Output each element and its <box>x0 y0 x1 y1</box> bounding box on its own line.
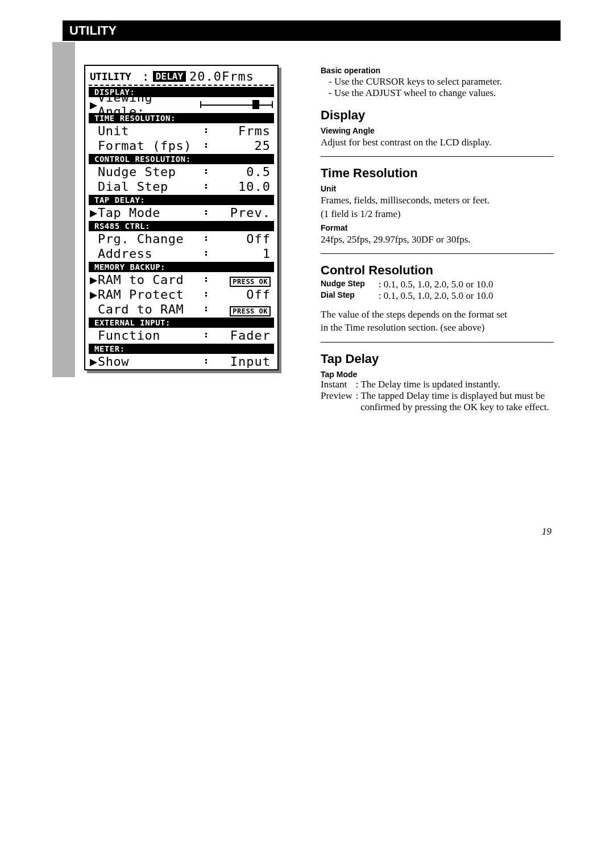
lcd-section-header: TAP DELAY: <box>89 195 274 205</box>
lcd-row-label: Function <box>98 328 200 343</box>
timeres-unit-text2: (1 field is 1/2 frame) <box>321 208 554 220</box>
viewing-angle-slider[interactable] <box>200 99 273 110</box>
lcd-colon <box>200 183 211 190</box>
ctrlres-k1: Dial Step <box>321 290 379 302</box>
ctrlres-table: Nudge Step : 0.1, 0.5, 1.0, 2.0, 5.0 or … <box>321 279 496 302</box>
lcd-row-value: PRESS OK <box>211 273 273 287</box>
lcd-row-value: Input <box>211 354 273 369</box>
lcd-display: UTILITY : DELAY 20.0Frms DISPLAY:▶Viewin… <box>84 65 279 370</box>
rule <box>321 156 554 157</box>
td-k2 <box>321 402 356 413</box>
lcd-row-value: Fader <box>211 328 273 343</box>
lcd-colon <box>200 291 211 298</box>
page-number: 19 <box>542 526 551 537</box>
lcd-row[interactable]: Dial Step10.0 <box>89 179 274 194</box>
lcd-row-value: 0.5 <box>211 165 273 179</box>
list-item: Use the ADJUST wheel to change values. <box>329 87 554 99</box>
td-v1: : The tapped Delay time is displayed but… <box>356 390 553 402</box>
lcd-row-value: 1 <box>211 247 273 261</box>
cursor-arrow-icon: ▶ <box>90 206 98 220</box>
press-ok-badge[interactable]: PRESS OK <box>230 306 271 316</box>
lcd-row-label: Prg. Change <box>98 232 200 246</box>
lcd-delay-badge: DELAY <box>153 71 186 82</box>
ctrlres-note2: in the Time resolution section. (see abo… <box>321 322 554 333</box>
tapdelay-table: Instant : The Delay time is updated inst… <box>321 379 553 413</box>
tapdelay-sub: Tap Mode <box>321 370 554 379</box>
ctrlres-v0: : 0.1, 0.5, 1.0, 2.0, 5.0 or 10.0 <box>379 279 497 290</box>
basic-op-list: Use the CURSOR keys to select parameter.… <box>321 76 554 99</box>
left-grey-margin <box>52 42 75 377</box>
lcd-section-header: EXTERNAL INPUT: <box>89 318 274 328</box>
lcd-colon <box>200 209 211 216</box>
rule <box>321 253 554 254</box>
lcd-colon <box>200 142 211 149</box>
lcd-row-label: RAM to Card <box>98 273 200 287</box>
lcd-colon <box>200 250 211 257</box>
lcd-colon <box>200 276 211 283</box>
lcd-colon <box>200 306 211 312</box>
lcd-row[interactable]: FunctionFader <box>89 328 274 343</box>
timeres-heading: Time Resolution <box>321 166 554 181</box>
lcd-colon <box>200 168 211 175</box>
lcd-row[interactable]: ▶RAM to CardPRESS OK <box>89 272 274 287</box>
lcd-colon <box>200 332 211 339</box>
ctrlres-k0: Nudge Step <box>321 279 379 290</box>
timeres-unit-sub: Unit <box>321 184 554 193</box>
lcd-row[interactable]: ▶Viewing Angle: <box>89 97 274 112</box>
display-heading: Display <box>321 108 554 123</box>
lcd-row-label: Card to RAM <box>98 302 200 316</box>
timeres-unit-text1: Frames, fields, milliseconds, meters or … <box>321 194 554 206</box>
display-sub: Viewing Angle <box>321 126 554 135</box>
lcd-titlebar: UTILITY : DELAY 20.0Frms <box>89 68 274 86</box>
lcd-colon <box>200 235 211 242</box>
lcd-row-label: Tap Mode <box>98 206 200 220</box>
lcd-section-header: RS485 CTRL: <box>89 221 274 231</box>
lcd-row-label: Address <box>98 247 200 261</box>
lcd-row[interactable]: Prg. ChangeOff <box>89 231 274 246</box>
lcd-row-label: Dial Step <box>98 180 200 194</box>
lcd-row-value: Off <box>211 287 273 302</box>
lcd-row[interactable]: ▶Tap ModePrev. <box>89 205 274 220</box>
lcd-row-value: Prev. <box>211 206 273 220</box>
lcd-row-label: RAM Protect <box>98 287 200 302</box>
td-k0: Instant <box>321 379 356 390</box>
td-k1: Preview <box>321 390 356 402</box>
td-v0: : The Delay time is updated instantly. <box>356 379 553 390</box>
ctrlres-v1: : 0.1, 0.5, 1.0, 2.0, 5.0 or 10.0 <box>379 290 497 302</box>
lcd-row[interactable]: Card to RAMPRESS OK <box>89 302 274 316</box>
ctrlres-note1: The value of the steps depends on the fo… <box>321 308 554 320</box>
lcd-row[interactable]: UnitFrms <box>89 123 274 138</box>
lcd-colon <box>200 127 211 134</box>
doc-text-column: Basic operation Use the CURSOR keys to s… <box>321 66 554 413</box>
slider-knob[interactable] <box>252 100 259 109</box>
lcd-title: UTILITY <box>90 70 131 82</box>
lcd-row[interactable]: ▶RAM ProtectOff <box>89 287 274 302</box>
press-ok-badge[interactable]: PRESS OK <box>230 277 271 287</box>
lcd-row-value: Frms <box>211 124 273 138</box>
lcd-row-value: 25 <box>211 139 273 153</box>
lcd-row-label: Unit <box>98 124 200 138</box>
lcd-section-header: CONTROL RESOLUTION: <box>89 154 274 164</box>
lcd-row[interactable]: Address1 <box>89 246 274 261</box>
lcd-separator: : <box>134 69 150 84</box>
lcd-row[interactable]: ▶ShowInput <box>89 354 274 369</box>
lcd-row-label: Nudge Step <box>98 165 200 179</box>
timeres-format-text: 24fps, 25fps, 29.97fps, 30DF or 30fps. <box>321 233 554 245</box>
basic-op-heading: Basic operation <box>321 66 554 75</box>
lcd-row[interactable]: Format (fps)25 <box>89 138 274 153</box>
rule <box>321 342 554 343</box>
display-text: Adjust for best contrast on the LCD disp… <box>321 136 554 148</box>
tapdelay-heading: Tap Delay <box>321 352 554 366</box>
td-v2: confirmed by pressing the OK key to take… <box>356 402 553 413</box>
lcd-section-header: METER: <box>89 344 274 354</box>
lcd-delay-value: 20.0Frms <box>189 69 254 84</box>
lcd-row-value: Off <box>211 232 273 246</box>
lcd-row-label: Show <box>98 354 200 369</box>
list-item: Use the CURSOR keys to select parameter. <box>329 76 554 87</box>
lcd-row[interactable]: Nudge Step0.5 <box>89 164 274 179</box>
lcd-colon <box>200 358 211 365</box>
cursor-arrow-icon: ▶ <box>90 273 98 287</box>
cursor-arrow-icon: ▶ <box>90 354 98 369</box>
ctrlres-heading: Control Resolution <box>321 263 554 278</box>
lcd-row-label: Format (fps) <box>98 139 200 153</box>
